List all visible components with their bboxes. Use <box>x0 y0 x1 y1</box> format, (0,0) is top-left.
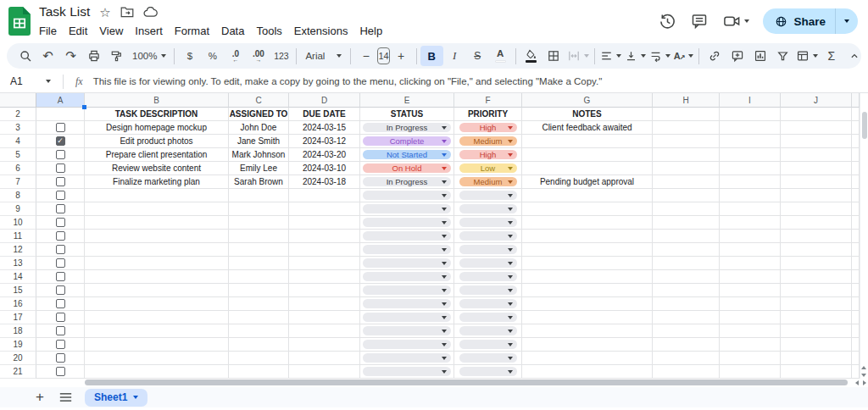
cell-A7[interactable] <box>36 175 85 189</box>
cell-J9[interactable] <box>781 202 852 216</box>
cell-H19[interactable] <box>653 338 720 352</box>
bold-button[interactable]: B <box>420 46 443 66</box>
cell-H10[interactable] <box>653 216 720 230</box>
cell-G2[interactable]: NOTES <box>522 108 653 121</box>
cell-A4[interactable]: ✓ <box>36 135 85 148</box>
cell-C7[interactable]: Sarah Brown <box>229 175 289 189</box>
status-chip-empty[interactable] <box>363 218 451 227</box>
cell-H18[interactable] <box>653 324 720 338</box>
row-header-18[interactable]: 18 <box>0 324 36 338</box>
insert-link-icon[interactable] <box>703 46 726 66</box>
row-header-9[interactable]: 9 <box>0 202 36 216</box>
priority-chip[interactable]: High <box>459 123 517 132</box>
cell-I14[interactable] <box>720 270 781 284</box>
vertical-align-button[interactable] <box>623 46 648 66</box>
column-header-H[interactable]: H <box>653 93 720 108</box>
horizontal-scroll-arrows[interactable] <box>855 380 866 385</box>
cell-G5[interactable] <box>522 148 653 162</box>
cell-K8[interactable] <box>852 189 860 202</box>
row-header-20[interactable]: 20 <box>0 352 36 365</box>
cell-C5[interactable]: Mark Johnson <box>229 148 289 162</box>
column-header-B[interactable]: B <box>85 93 229 108</box>
cell-C17[interactable] <box>229 311 289 324</box>
cell-J3[interactable] <box>781 121 852 135</box>
cell-E2[interactable]: STATUS <box>360 108 454 121</box>
column-header-C[interactable]: C <box>229 93 289 108</box>
cell-G16[interactable] <box>522 297 653 311</box>
cell-G3[interactable]: Client feedback awaited <box>522 121 653 135</box>
menu-file[interactable]: File <box>33 24 63 38</box>
horizontal-scrollbar[interactable] <box>0 379 868 387</box>
comments-icon[interactable] <box>690 12 709 30</box>
merge-cells-button[interactable] <box>565 46 591 66</box>
cell-C14[interactable] <box>229 270 289 284</box>
cell-F7[interactable]: Medium <box>454 175 522 189</box>
cell-K11[interactable] <box>852 230 860 243</box>
cell-G15[interactable] <box>522 284 653 297</box>
insert-comment-icon[interactable] <box>726 46 748 66</box>
cell-G20[interactable] <box>522 352 653 365</box>
column-header-E[interactable]: E <box>360 93 454 108</box>
column-header-partial[interactable] <box>852 93 860 108</box>
cell-A14[interactable] <box>36 270 85 284</box>
cell-D15[interactable] <box>289 284 360 297</box>
column-header-D[interactable]: D <box>289 93 360 108</box>
cell-F5[interactable]: High <box>454 148 522 162</box>
cell-C19[interactable] <box>229 338 289 352</box>
cell-E7[interactable]: In Progress <box>360 175 454 189</box>
menu-data[interactable]: Data <box>215 24 250 38</box>
cell-K15[interactable] <box>852 284 860 297</box>
cell-G8[interactable] <box>522 189 653 202</box>
column-header-G[interactable]: G <box>522 93 653 108</box>
cell-B13[interactable] <box>85 257 229 270</box>
cell-G14[interactable] <box>522 270 653 284</box>
cell-F9[interactable] <box>454 202 522 216</box>
status-chip[interactable]: In Progress <box>363 177 451 186</box>
cell-J18[interactable] <box>781 324 852 338</box>
checkbox-row-19[interactable] <box>56 340 65 349</box>
cell-F6[interactable]: Low <box>454 162 522 175</box>
cell-K21[interactable] <box>852 365 860 379</box>
scroll-right-icon[interactable] <box>863 380 866 385</box>
sheet-tab-sheet1[interactable]: Sheet1 <box>85 389 147 407</box>
cell-H12[interactable] <box>653 243 720 257</box>
cell-E15[interactable] <box>360 284 454 297</box>
cell-K19[interactable] <box>852 338 860 352</box>
cell-F14[interactable] <box>454 270 522 284</box>
cell-B16[interactable] <box>85 297 229 311</box>
cell-C20[interactable] <box>229 352 289 365</box>
more-formats-button[interactable]: 123 <box>270 46 292 66</box>
cell-D2[interactable]: DUE DATE <box>289 108 360 121</box>
checkbox-row-16[interactable] <box>56 299 65 308</box>
row-header-5[interactable]: 5 <box>0 148 36 162</box>
increase-font-size-button[interactable]: + <box>390 46 413 66</box>
cell-G4[interactable] <box>522 135 653 148</box>
cell-J7[interactable] <box>781 175 852 189</box>
cell-A18[interactable] <box>36 324 85 338</box>
cell-I4[interactable] <box>720 135 781 148</box>
video-call-caret-icon[interactable] <box>744 19 749 23</box>
cell-F3[interactable]: High <box>454 121 522 135</box>
cell-F12[interactable] <box>454 243 522 257</box>
cell-H9[interactable] <box>653 202 720 216</box>
cell-H13[interactable] <box>653 257 720 270</box>
status-chip-empty[interactable] <box>363 285 451 295</box>
font-family-select[interactable]: Arial <box>300 46 347 66</box>
menu-tools[interactable]: Tools <box>250 24 287 38</box>
row-header-21[interactable]: 21 <box>0 365 36 379</box>
cell-B14[interactable] <box>85 270 229 284</box>
cell-A17[interactable] <box>36 311 85 324</box>
row-header-6[interactable]: 6 <box>0 162 36 175</box>
all-sheets-icon[interactable] <box>54 388 76 407</box>
cell-K7[interactable] <box>852 175 860 189</box>
hide-menus-icon[interactable] <box>843 46 865 66</box>
share-button[interactable]: Share <box>763 8 858 34</box>
cell-A9[interactable] <box>36 202 85 216</box>
row-header-8[interactable]: 8 <box>0 189 36 202</box>
create-filter-icon[interactable] <box>771 46 794 66</box>
checkbox-row-21[interactable] <box>56 367 65 376</box>
menu-view[interactable]: View <box>93 24 129 38</box>
cell-E4[interactable]: Complete <box>360 135 454 148</box>
cell-F20[interactable] <box>454 352 522 365</box>
priority-chip-empty[interactable] <box>459 245 517 254</box>
